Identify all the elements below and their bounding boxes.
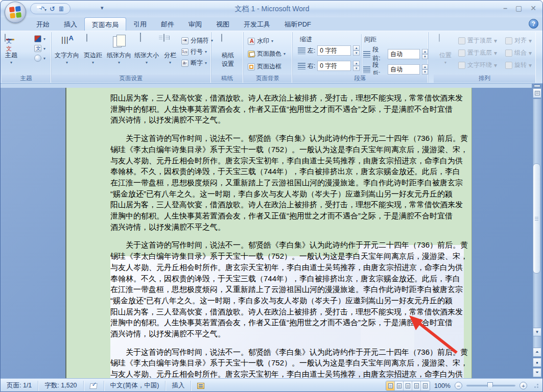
group-label-themes: 主题	[2, 75, 51, 83]
indent-left-input[interactable]: 0 字符	[317, 45, 351, 56]
rotate-button[interactable]: 旋转▾	[505, 61, 532, 69]
manuscript-setup-button[interactable]: 稿纸 设置	[217, 34, 239, 68]
watermark-icon	[248, 38, 255, 45]
print-layout-view-button[interactable]	[386, 381, 395, 390]
columns-button[interactable]: 分栏▾	[161, 34, 179, 65]
insert-mode-indicator[interactable]: 插入	[166, 381, 191, 391]
text-line: “赐金放还”已有八年之久。这一时期，李白多次与友人岑勋（岑夫子）应邀到嵩山另一好…	[110, 188, 412, 200]
orientation-icon	[112, 34, 126, 50]
tab-developer[interactable]: 开发工具	[237, 17, 277, 31]
send-to-back-button[interactable]: 置于底层▾	[458, 48, 497, 57]
indent-right-spinner[interactable]: ▲▼	[353, 61, 360, 71]
text-wrapping-button[interactable]: 文字环绕▾	[458, 61, 497, 69]
group-label-page-setup: 页面设置	[52, 75, 210, 83]
theme-colors-icon	[34, 35, 41, 42]
scrollbar-thumb[interactable]	[533, 163, 540, 274]
office-button[interactable]	[5, 2, 26, 23]
breaks-button[interactable]: 分隔符▾	[181, 36, 213, 45]
align-button[interactable]: 对齐▾	[505, 36, 532, 45]
bring-to-front-button[interactable]: 置于顶层▾	[458, 36, 497, 45]
zoom-slider-thumb[interactable]	[487, 382, 493, 389]
theme-fonts-button[interactable]: 文▾	[34, 45, 45, 52]
margins-button[interactable]: 页边距▾	[81, 34, 105, 65]
paper-size-button[interactable]: 纸张大小▾	[133, 34, 160, 65]
spacing-after-spinner[interactable]: ▲▼	[422, 64, 428, 75]
draft-view-button[interactable]	[421, 381, 430, 390]
indent-right-icon	[298, 63, 305, 69]
document-page[interactable]: 阳山居为客，三人登高饮宴，借酒放歌。诗人在政治上被排挤，受打击，理想不能实现，常…	[65, 88, 472, 378]
scroll-down-button[interactable]: ▼	[533, 328, 541, 336]
zoom-in-button[interactable]: +	[520, 382, 527, 389]
select-browse-object-button[interactable]: ●	[533, 358, 541, 367]
margins-icon	[86, 34, 87, 42]
help-button[interactable]: ?	[529, 19, 538, 29]
position-button[interactable]: 位置▾	[437, 34, 454, 65]
page-borders-button[interactable]: 页面边框	[248, 62, 286, 71]
spacing-after-input[interactable]: 自动	[388, 64, 420, 75]
macro-record-button[interactable]	[191, 381, 210, 391]
tab-insert[interactable]: 插入	[57, 17, 84, 31]
text-line: 酒兴诗情，以抒发满腔不平之气。	[110, 114, 412, 126]
tab-page-layout[interactable]: 页面布局	[84, 17, 126, 31]
minimize-button[interactable]: –	[503, 4, 507, 12]
ruler-icon	[535, 91, 540, 95]
paragraph-1: 阳山居为客，三人登高饮宴，借酒放歌。诗人在政治上被排挤，受打击，理想不能实现，常…	[110, 92, 412, 126]
watermark-button[interactable]: 水印▾	[248, 37, 286, 45]
themes-icon: 文文	[5, 34, 6, 42]
spacing-before-label: 段前:	[372, 45, 386, 63]
resize-grip[interactable]	[534, 384, 538, 388]
group-label-paragraph: 段落	[293, 75, 428, 83]
orientation-button[interactable]: 纸张方向▾	[106, 34, 132, 65]
themes-button[interactable]: 文文 主题▾	[5, 34, 18, 65]
page-color-button[interactable]: 页面颜色▾	[248, 50, 286, 58]
proofing-status[interactable]	[84, 381, 104, 391]
text-line: 酒兴诗情，以抒发满腔不平之气。	[110, 328, 412, 339]
theme-effects-button[interactable]: ▾	[34, 55, 45, 62]
page-color-icon	[248, 51, 255, 58]
text-line: 锡珪《李太白编年诗集目录》系于天宝十一载（752）。一般认为这是李白天宝年间离京…	[110, 144, 412, 155]
group-button[interactable]: 组合▾	[505, 48, 532, 57]
close-button[interactable]: ✕	[530, 4, 536, 12]
line-numbers-button[interactable]: 行号▾	[181, 47, 213, 56]
language-indicator[interactable]: 中文(简体，中国)	[104, 381, 166, 391]
hyphenation-button[interactable]: 断字▾	[181, 59, 213, 67]
send-to-back-icon	[458, 50, 465, 57]
next-page-button[interactable]: ⏷	[533, 368, 541, 377]
zoom-level[interactable]: 100%	[434, 382, 451, 389]
spacing-before-spinner[interactable]: ▲▼	[422, 49, 428, 59]
web-layout-view-button[interactable]	[404, 381, 412, 390]
view-shortcuts	[386, 381, 430, 391]
tab-references[interactable]: 引用	[126, 17, 154, 31]
bring-to-front-icon	[458, 37, 465, 44]
hyphenation-icon	[181, 60, 188, 67]
tab-view[interactable]: 视图	[209, 17, 237, 31]
restore-button[interactable]: ▢	[515, 4, 522, 12]
split-handle[interactable]	[534, 85, 540, 87]
outline-view-button[interactable]	[412, 381, 421, 390]
indent-right-input[interactable]: 0 字符	[317, 61, 351, 71]
tab-mailings[interactable]: 邮件	[154, 17, 181, 31]
macro-icon	[197, 383, 204, 389]
text-direction-button[interactable]: 文字方向▾	[54, 34, 80, 65]
word-count[interactable]: 字数: 1,520	[38, 381, 83, 391]
indent-left-spinner[interactable]: ▲▼	[353, 45, 360, 56]
group-label-manuscript: 稿纸	[211, 75, 243, 83]
previous-page-button[interactable]: ⏶	[533, 348, 541, 357]
zoom-slider[interactable]	[466, 385, 515, 386]
text-line: 酒兴诗情，以抒发满腔不平之气。	[110, 222, 412, 233]
group-manuscript: 稿纸 设置 稿纸	[211, 32, 244, 83]
page-indicator[interactable]: 页面: 1/1	[1, 381, 38, 391]
page-borders-icon	[248, 63, 255, 70]
tab-foxit-pdf[interactable]: 福昕PDF	[277, 17, 318, 31]
status-bar: 页面: 1/1 字数: 1,520 中文(简体，中国) 插入 100% − +	[1, 378, 543, 392]
manuscript-grid-icon	[221, 34, 222, 42]
scrollbar-track[interactable]	[533, 99, 541, 354]
tab-review[interactable]: 审阅	[181, 17, 209, 31]
fullscreen-reading-view-button[interactable]	[395, 381, 404, 390]
theme-colors-button[interactable]: ▾	[34, 35, 45, 42]
zoom-out-button[interactable]: −	[455, 382, 462, 389]
group-label-arrange: 排列	[434, 75, 535, 83]
tab-home[interactable]: 开始	[29, 17, 57, 31]
ruler-toggle-button[interactable]	[533, 88, 541, 98]
spacing-before-input[interactable]: 自动	[388, 49, 420, 59]
